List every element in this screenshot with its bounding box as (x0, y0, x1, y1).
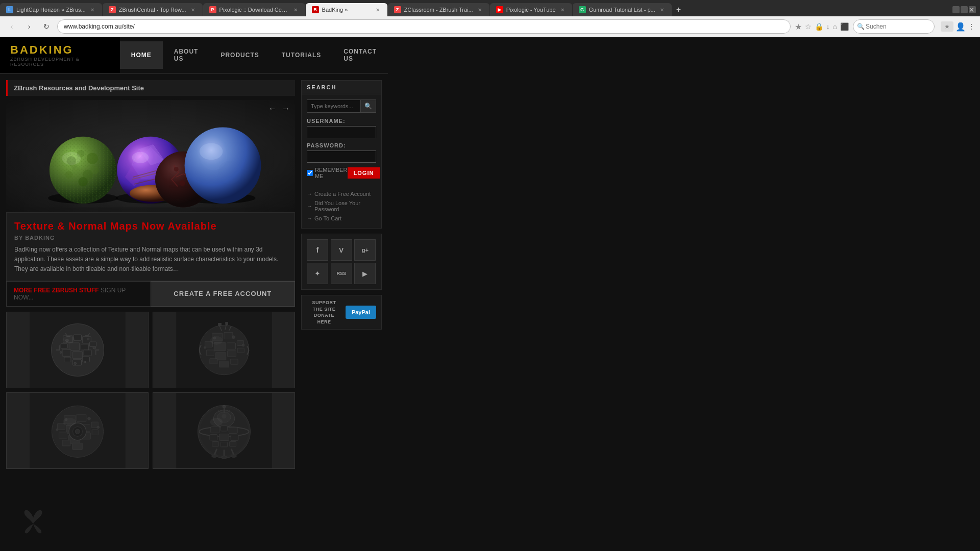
new-tab-button[interactable]: + (672, 3, 685, 16)
full-page: L LightCap Horizon » ZBrus... ✕ Z ZBrush… (0, 0, 980, 551)
tab-title-4: BadKing » (322, 7, 371, 13)
tab-favicon-4: B (312, 6, 319, 13)
address-input[interactable] (64, 23, 784, 30)
password-input[interactable] (307, 151, 376, 163)
nav-contact[interactable]: CONTACT US (332, 38, 388, 72)
cta-text: MORE FREE ZBRUSH STUFF SIGN UP NOW... (14, 287, 143, 301)
back-button[interactable]: ‹ (5, 20, 18, 33)
thumb-item-3[interactable] (6, 392, 149, 469)
svg-rect-80 (227, 350, 236, 357)
minimize-button[interactable] (952, 6, 960, 13)
svg-point-18 (79, 177, 88, 186)
remember-me-text: REMEMBER ME (315, 167, 348, 179)
sidebar-link-2: → Did You Lose Your Password (307, 198, 376, 214)
login-button[interactable]: LOGIN (348, 167, 380, 179)
keyword-search-input[interactable] (307, 99, 360, 113)
browser-search-input[interactable] (853, 19, 935, 34)
cart-link[interactable]: Go To Cart (314, 215, 341, 221)
svg-rect-129 (231, 435, 238, 440)
facebook-button[interactable]: f (307, 239, 328, 261)
thumb-item-1[interactable] (6, 312, 149, 388)
remember-me-checkbox[interactable] (307, 170, 313, 176)
svg-point-122 (222, 414, 226, 418)
rss-button[interactable]: RSS (331, 263, 352, 284)
svg-rect-59 (84, 350, 91, 356)
extension-icon[interactable]: ⬛ (840, 22, 849, 31)
site-navigation: BADKING ZBRUSH DEVELOPMENT & RESOURCES H… (0, 37, 388, 74)
username-input[interactable] (307, 126, 376, 138)
vimeo-button[interactable]: V (331, 239, 352, 261)
svg-rect-54 (69, 343, 80, 350)
section-title: ZBrush Resources and Development Site (14, 84, 289, 92)
butterfly-icon (20, 509, 46, 534)
link-arrow-3: → (307, 215, 312, 221)
thumb-item-2[interactable] (153, 312, 295, 388)
tab-close-2[interactable]: ✕ (189, 6, 197, 13)
bookmark-star-icon[interactable]: ★ (795, 22, 802, 32)
svg-rect-84 (230, 359, 238, 364)
lock-icon[interactable]: 🔒 (815, 22, 823, 31)
svg-point-141 (221, 456, 227, 459)
address-bar[interactable] (57, 19, 791, 34)
svg-rect-130 (212, 441, 218, 446)
youtube-button[interactable]: ▶ (354, 263, 376, 284)
tab-3[interactable]: P Pixologic :: Download Cen... ✕ (203, 3, 305, 16)
slider-prev[interactable]: ← (268, 104, 277, 113)
forward-button[interactable]: › (22, 20, 36, 33)
tab-close-6[interactable]: ✕ (559, 6, 566, 13)
section-title-bar: ZBrush Resources and Development Site (6, 80, 295, 96)
tab-close-7[interactable]: ✕ (658, 6, 666, 13)
tab-7[interactable]: G Gumroad Tutorial List - p... ✕ (573, 3, 672, 16)
tab-close-1[interactable]: ✕ (89, 6, 96, 13)
svg-point-17 (65, 171, 73, 179)
reload-button[interactable]: ↻ (40, 20, 53, 33)
nav-home[interactable]: HOME (120, 41, 163, 69)
svg-rect-60 (64, 357, 70, 362)
search-panel: SEARCH 🔍 USERNAME: PASSWORD: (301, 80, 382, 229)
lost-password-link[interactable]: Did You Lose Your Password (314, 200, 376, 212)
twitter-button[interactable]: ✦ (307, 263, 328, 284)
svg-point-140 (211, 454, 217, 457)
tab-5[interactable]: Z ZClassroom - ZBrush Trai... ✕ (388, 3, 489, 16)
svg-rect-58 (72, 351, 82, 358)
thumb-item-4[interactable] (153, 392, 295, 469)
tab-title-2: ZBrushCentral - Top Row... (119, 7, 186, 13)
tab-title-5: ZClassroom - ZBrush Trai... (404, 7, 473, 13)
tab-close-5[interactable]: ✕ (476, 6, 483, 13)
svg-rect-53 (61, 343, 67, 348)
sidebar-column: SEARCH 🔍 USERNAME: PASSWORD: (301, 80, 382, 469)
bookmark-list-icon[interactable]: ☆ (805, 22, 812, 31)
tab-title-3: Pixologic :: Download Cen... (219, 7, 289, 13)
nav-about[interactable]: ABOUT US (163, 38, 210, 72)
download-icon[interactable]: ↓ (826, 22, 830, 31)
nav-products[interactable]: PRODUCTS (209, 41, 270, 69)
home-icon[interactable]: ⌂ (833, 22, 837, 31)
svg-point-142 (231, 454, 236, 457)
cta-right-button[interactable]: CREATE A FREE ACCOUNT (151, 281, 296, 307)
tab-close-3[interactable]: ✕ (292, 6, 299, 13)
extension-1[interactable]: ★ (941, 21, 953, 32)
tab-favicon-5: Z (394, 6, 401, 13)
svg-rect-132 (229, 441, 236, 446)
svg-point-94 (210, 336, 222, 344)
create-account-link[interactable]: Create a Free Account (314, 191, 371, 197)
maximize-button[interactable] (961, 6, 968, 13)
tab-1[interactable]: L LightCap Horizon » ZBrus... ✕ (0, 3, 102, 16)
tab-close-4[interactable]: ✕ (374, 6, 381, 13)
googleplus-button[interactable]: g+ (354, 239, 376, 261)
remember-me-label[interactable]: REMEMBER ME (307, 167, 348, 179)
menu-icon[interactable]: ⋮ (968, 22, 975, 31)
tab-4[interactable]: B BadKing » ✕ (306, 3, 387, 16)
profile-icon[interactable]: 👤 (955, 22, 966, 32)
donate-text: SUPPORT THE SITEDONATE HERE (307, 299, 341, 325)
keyword-search-button[interactable]: 🔍 (360, 99, 376, 113)
close-window-button[interactable]: ✕ (969, 6, 976, 13)
tab-favicon-3: P (209, 6, 216, 13)
nav-tutorials[interactable]: TUTORIALS (271, 41, 332, 69)
slider-next[interactable]: → (282, 104, 290, 113)
tab-2[interactable]: Z ZBrushCentral - Top Row... ✕ (103, 3, 203, 16)
paypal-button[interactable]: PayPal (346, 306, 376, 319)
tab-favicon-6: ▶ (496, 6, 503, 13)
svg-rect-51 (74, 335, 81, 340)
tab-6[interactable]: ▶ Pixologic - YouTube ✕ (490, 3, 572, 16)
